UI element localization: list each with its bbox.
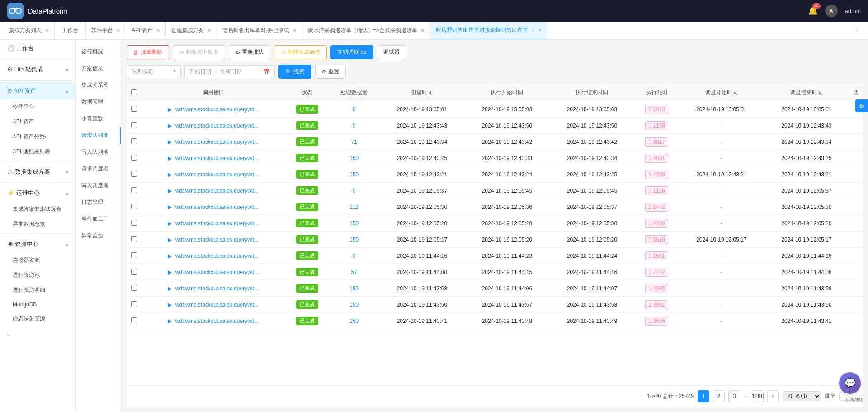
- sidebar-item-mongodb[interactable]: MongoDB: [0, 298, 75, 311]
- nav-item-plan-info[interactable]: 方案信息: [76, 60, 121, 77]
- api-link[interactable]: wdt.wms.stockout.sales.querywit...: [175, 302, 259, 308]
- page-btn-1288[interactable]: 1288: [752, 390, 764, 402]
- page-btn-1[interactable]: 1: [698, 390, 709, 402]
- tab-create-integration[interactable]: 创建集成方案 ✕: [166, 22, 217, 40]
- nav-item-request-scheduler[interactable]: 请求调度者: [76, 161, 121, 177]
- close-icon[interactable]: ✕: [538, 28, 542, 33]
- sidebar-item-menu[interactable]: ≡: [0, 326, 75, 342]
- sidebar-item-exception-data[interactable]: 异常数据总览: [0, 217, 75, 232]
- api-link[interactable]: wdt.wms.stockout.sales.querywit...: [175, 139, 259, 145]
- dispatch-now-button[interactable]: 立刻调度 ds: [330, 45, 373, 59]
- sidebar-item-api-category[interactable]: API 资产分类 ›: [0, 129, 75, 144]
- api-link[interactable]: wdt.wms.stockout.sales.querywit...: [175, 188, 259, 194]
- tab-manager-sales[interactable]: 管易销售出库单对接-已测试 ✕: [217, 22, 302, 40]
- exec-time-badge: 0.1158: [645, 121, 668, 130]
- sidebar-item-resource-center[interactable]: ◈ 资源中心 ▴: [0, 236, 75, 253]
- sidebar-item-static-mapping[interactable]: 静态映射资源: [0, 311, 75, 326]
- nav-item-log-mgmt[interactable]: 日志管理: [76, 194, 121, 211]
- notification-bell[interactable]: 🔔 10: [808, 6, 818, 16]
- nav-item-integration-diagram[interactable]: 集成关系图: [76, 77, 121, 94]
- nav-item-event-factory[interactable]: 事件加工厂: [76, 211, 121, 227]
- api-link[interactable]: wdt.wms.stockout.sales.querywit...: [175, 269, 259, 275]
- close-icon[interactable]: ✕: [45, 28, 49, 33]
- settings-button[interactable]: ⚙: [855, 99, 868, 112]
- row-checkbox[interactable]: [131, 155, 137, 161]
- api-link[interactable]: wdt.wms.stockout.sales.querywit...: [175, 123, 259, 129]
- close-icon[interactable]: ✕: [117, 28, 120, 33]
- reset-button[interactable]: ⟳ 重置: [315, 65, 346, 79]
- tab-integration-list[interactable]: 集成方案列表 ✕: [4, 22, 55, 40]
- sidebar-item-data-integration[interactable]: △ 数据集成方案 ▾: [0, 163, 75, 180]
- td-exec-start: 2024-10-19 12:43:42: [464, 134, 549, 150]
- nav-item-write-queue[interactable]: 写入队列池: [76, 144, 121, 161]
- api-link[interactable]: wdt.wms.stockout.sales.querywit...: [175, 285, 259, 292]
- date-range-picker[interactable]: 开始日期 → 结束日期 📅: [184, 65, 275, 78]
- page-btn-3[interactable]: 3: [728, 390, 740, 402]
- page-next-btn[interactable]: ›: [767, 390, 779, 402]
- api-link[interactable]: wdt.wms.stockout.sales.querywit...: [175, 155, 259, 161]
- row-checkbox[interactable]: [131, 269, 137, 275]
- row-checkbox[interactable]: [131, 187, 137, 193]
- sidebar-item-api-assets-sub[interactable]: API 资产: [0, 114, 75, 129]
- close-icon[interactable]: ✕: [156, 28, 160, 33]
- close-icon[interactable]: ✕: [293, 28, 297, 33]
- delete-selected-button[interactable]: ⊖ 删除选中数据: [173, 45, 225, 59]
- tab-software-platform[interactable]: 软件平台 ✕: [86, 22, 126, 40]
- nav-item-write-scheduler[interactable]: 写入调度者: [76, 177, 121, 194]
- nav-item-overview[interactable]: 运行概况: [76, 43, 121, 60]
- api-link[interactable]: wdt.wms.stockout.sales.querywit...: [175, 106, 259, 113]
- row-checkbox[interactable]: [131, 106, 137, 112]
- row-checkbox[interactable]: [131, 301, 137, 307]
- row-checkbox[interactable]: [131, 138, 137, 144]
- row-checkbox[interactable]: [131, 220, 137, 226]
- calendar-icon: 📅: [263, 69, 270, 75]
- row-checkbox[interactable]: [131, 252, 137, 258]
- select-all-checkbox[interactable]: [131, 89, 137, 95]
- api-link[interactable]: wdt.wms.stockout.sales.querywit...: [175, 253, 259, 259]
- api-link[interactable]: wdt.wms.stockout.sales.querywit...: [175, 220, 259, 227]
- re-queue-button[interactable]: ↻ 重新排队: [229, 45, 270, 59]
- sidebar-item-connector[interactable]: 连接器资源: [0, 253, 75, 268]
- row-checkbox[interactable]: [131, 204, 137, 209]
- nav-item-exception-monitor[interactable]: 异常监控: [76, 227, 121, 244]
- debugger-button[interactable]: 调试器: [377, 45, 406, 59]
- close-icon[interactable]: ✕: [208, 28, 211, 33]
- tab-api-assets[interactable]: API 资产 ✕: [126, 22, 166, 40]
- sidebar-item-process-pool[interactable]: 进程资源池: [0, 268, 75, 283]
- sidebar-item-workbench[interactable]: 🕐 工作台: [0, 40, 75, 57]
- nav-item-data-mgmt[interactable]: 数据管理: [76, 94, 121, 110]
- tab-more-button[interactable]: ⋮: [850, 26, 864, 35]
- sidebar-item-software-platform[interactable]: 软件平台: [0, 99, 75, 114]
- tab-workbench[interactable]: 工作台: [55, 22, 86, 40]
- page-btn-2[interactable]: 2: [713, 390, 725, 402]
- close-icon[interactable]: ✕: [421, 28, 425, 33]
- exec-time-badge: 1.3991: [645, 300, 668, 309]
- tab-wangdian-sales[interactable]: 旺店通销售出库单对接金蝶销售出库单 ○ ✕: [430, 22, 547, 40]
- smart-generate-button[interactable]: ⚠ 智能生成请求: [274, 45, 327, 59]
- td-more: [849, 248, 863, 264]
- sidebar-item-integration-health[interactable]: 集成方案健康状况表: [0, 202, 75, 217]
- row-checkbox[interactable]: [131, 171, 137, 177]
- search-button[interactable]: 🔍 搜索: [278, 65, 311, 79]
- sidebar-item-lite[interactable]: ⚙ Lite 轻集成 ▾: [0, 61, 75, 78]
- chat-assistant-button[interactable]: 💬: [839, 372, 861, 394]
- sidebar-item-api-adapter[interactable]: API 适配器列表: [0, 144, 75, 159]
- row-checkbox[interactable]: [131, 285, 137, 291]
- row-checkbox[interactable]: [131, 122, 137, 128]
- api-link[interactable]: wdt.wms.stockout.sales.querywit...: [175, 171, 259, 178]
- nav-item-request-queue[interactable]: 请求队列池: [76, 127, 121, 144]
- row-checkbox[interactable]: [131, 317, 137, 323]
- api-link[interactable]: wdt.wms.stockout.sales.querywit...: [175, 318, 259, 324]
- per-page-select[interactable]: 20 条/页 50 条/页 100 条/页: [783, 391, 821, 401]
- queue-status-select[interactable]: 队列状态 ▾: [127, 65, 181, 78]
- nav-item-xiao-qing[interactable]: 小青查数: [76, 110, 121, 127]
- tab-jushui-purchase[interactable]: 聚水潭采购退货单（确认）=>金蝶采购退货单 ✕: [302, 22, 430, 40]
- batch-delete-button[interactable]: 🗑 批量删除: [127, 45, 169, 59]
- row-checkbox[interactable]: [131, 236, 137, 242]
- api-link[interactable]: wdt.wms.stockout.sales.querywit...: [175, 237, 259, 243]
- sidebar-item-process-detail[interactable]: 进程资源明细: [0, 283, 75, 298]
- sidebar-item-api-assets[interactable]: ⊙ API 资产 ▴: [0, 82, 75, 99]
- api-link[interactable]: wdt.wms.stockout.sales.querywit...: [175, 204, 259, 210]
- user-avatar[interactable]: A: [825, 5, 838, 17]
- sidebar-item-operation-center[interactable]: ⚡ 运维中心 ▴: [0, 185, 75, 202]
